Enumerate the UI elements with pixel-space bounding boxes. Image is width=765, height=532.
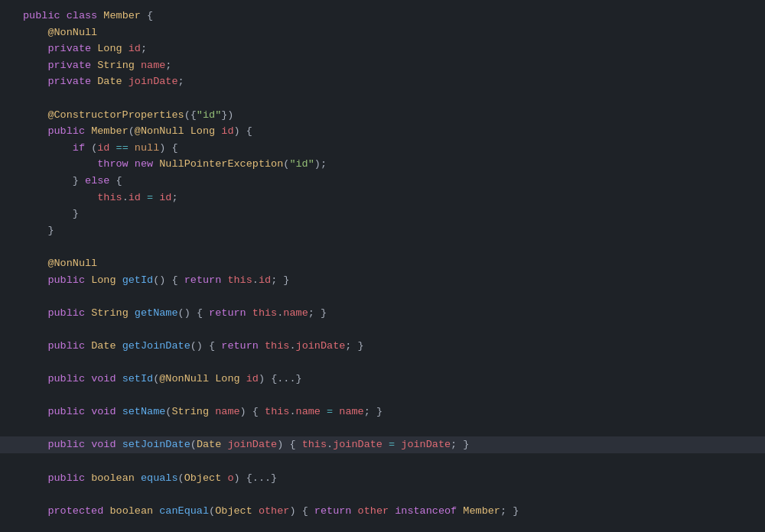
line-content: public boolean equals(Object o) {...}	[23, 470, 756, 487]
code-line: }	[0, 222, 765, 239]
code-line: public class Member {	[0, 8, 765, 24]
line-content	[23, 388, 756, 404]
line-content	[23, 453, 756, 470]
code-line	[0, 486, 765, 503]
line-content: public void setJoinDate(Date joinDate) {…	[23, 436, 756, 453]
line-content: }	[23, 206, 756, 222]
line-content: private Date joinDate;	[23, 73, 756, 90]
line-content: public Member(@NonNull Long id) {	[23, 123, 756, 140]
code-line	[0, 288, 765, 305]
line-content: protected boolean canEqual(Object other)…	[23, 503, 756, 520]
code-line: protected boolean canEqual(Object other)…	[0, 503, 765, 520]
code-line: private Long id;	[0, 41, 765, 57]
line-content: public Date getJoinDate() { return this.…	[23, 338, 756, 355]
line-content: this.id = id;	[23, 190, 756, 206]
code-line: public void setJoinDate(Date joinDate) {…	[0, 436, 765, 453]
line-content	[23, 238, 756, 255]
line-content: private Long id;	[23, 41, 756, 57]
line-content	[23, 420, 756, 437]
code-line: @NonNull	[0, 255, 765, 272]
code-line: private String name;	[0, 57, 765, 74]
code-line	[0, 90, 765, 107]
code-line: private Date joinDate;	[0, 73, 765, 90]
line-content: } else {	[23, 173, 756, 190]
code-line: public void setId(@NonNull Long id) {...…	[0, 371, 765, 388]
code-line	[0, 420, 765, 437]
code-line	[0, 453, 765, 470]
line-content: @ConstructorProperties({"id"})	[23, 107, 756, 124]
code-line: public boolean equals(Object o) {...}	[0, 470, 765, 487]
line-content	[23, 321, 756, 338]
line-content	[23, 519, 756, 532]
line-content	[23, 486, 756, 503]
line-content: @NonNull	[23, 24, 756, 41]
code-line: public Date getJoinDate() { return this.…	[0, 338, 765, 355]
code-line: this.id = id;	[0, 190, 765, 206]
code-line: } else {	[0, 173, 765, 190]
code-line	[0, 519, 765, 532]
code-line: public Member(@NonNull Long id) {	[0, 123, 765, 140]
code-line: throw new NullPointerException("id");	[0, 156, 765, 173]
code-line: }	[0, 206, 765, 222]
code-line	[0, 354, 765, 371]
line-content: if (id == null) {	[23, 140, 756, 157]
line-content	[23, 90, 756, 107]
code-editor: public class Member { @NonNull private L…	[0, 0, 765, 532]
line-content: @NonNull	[23, 255, 756, 272]
line-content: public class Member {	[23, 8, 756, 24]
code-line: public void setName(String name) { this.…	[0, 404, 765, 420]
code-line	[0, 388, 765, 404]
line-content: public void setId(@NonNull Long id) {...…	[23, 371, 756, 388]
code-line: if (id == null) {	[0, 140, 765, 157]
line-content	[23, 354, 756, 371]
line-content: public String getName() { return this.na…	[23, 305, 756, 322]
line-content	[23, 288, 756, 305]
line-content: }	[23, 222, 756, 239]
line-content: throw new NullPointerException("id");	[23, 156, 756, 173]
code-line: public Long getId() { return this.id; }	[0, 272, 765, 289]
line-content: public Long getId() { return this.id; }	[23, 272, 756, 289]
code-line: @NonNull	[0, 24, 765, 41]
code-line: public String getName() { return this.na…	[0, 305, 765, 322]
code-line: @ConstructorProperties({"id"})	[0, 107, 765, 124]
line-content: private String name;	[23, 57, 756, 74]
line-content: public void setName(String name) { this.…	[23, 404, 756, 420]
code-line	[0, 238, 765, 255]
code-line	[0, 321, 765, 338]
